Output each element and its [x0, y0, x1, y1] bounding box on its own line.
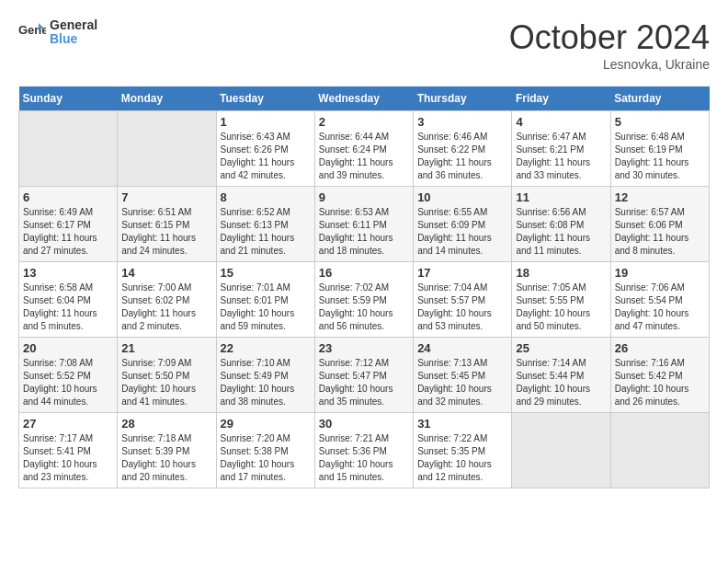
day-info: Sunrise: 7:04 AMSunset: 5:57 PMDaylight:… — [417, 282, 507, 333]
day-number: 19 — [615, 266, 705, 280]
svg-text:General: General — [18, 23, 46, 37]
header-wednesday: Wednesday — [314, 86, 413, 111]
day-number: 14 — [121, 266, 211, 280]
day-number: 7 — [121, 190, 211, 204]
day-info: Sunrise: 6:55 AMSunset: 6:09 PMDaylight:… — [417, 206, 507, 258]
day-number: 6 — [23, 190, 113, 204]
calendar-day-cell: 20Sunrise: 7:08 AMSunset: 5:52 PMDayligh… — [19, 338, 118, 413]
day-number: 22 — [221, 341, 311, 355]
calendar-day-cell: 27Sunrise: 7:17 AMSunset: 5:41 PMDayligh… — [19, 413, 118, 488]
day-number: 26 — [615, 341, 705, 355]
calendar-day-cell: 10Sunrise: 6:55 AMSunset: 6:09 PMDayligh… — [414, 187, 512, 262]
day-info: Sunrise: 6:56 AMSunset: 6:08 PMDaylight:… — [516, 206, 606, 258]
calendar-day-cell: 7Sunrise: 6:51 AMSunset: 6:15 PMDaylight… — [118, 187, 216, 262]
header-monday: Monday — [118, 86, 216, 111]
calendar-day-cell: 8Sunrise: 6:52 AMSunset: 6:13 PMDaylight… — [216, 187, 314, 262]
calendar-day-cell: 19Sunrise: 7:06 AMSunset: 5:54 PMDayligh… — [610, 262, 709, 338]
day-info: Sunrise: 7:22 AMSunset: 5:35 PMDaylight:… — [417, 432, 507, 484]
day-info: Sunrise: 7:05 AMSunset: 5:55 PMDaylight:… — [516, 282, 606, 333]
day-info: Sunrise: 6:57 AMSunset: 6:06 PMDaylight:… — [615, 206, 705, 258]
day-number: 4 — [516, 115, 606, 129]
day-number: 27 — [23, 417, 113, 431]
calendar-day-cell: 24Sunrise: 7:13 AMSunset: 5:45 PMDayligh… — [414, 338, 512, 413]
location-subtitle: Lesnovka, Ukraine — [509, 57, 710, 72]
day-info: Sunrise: 7:12 AMSunset: 5:47 PMDaylight:… — [319, 357, 409, 408]
logo: General General Blue — [18, 18, 97, 47]
calendar-day-cell: 21Sunrise: 7:09 AMSunset: 5:50 PMDayligh… — [118, 338, 216, 413]
calendar-day-cell: 16Sunrise: 7:02 AMSunset: 5:59 PMDayligh… — [314, 262, 413, 338]
calendar-day-cell: 25Sunrise: 7:14 AMSunset: 5:44 PMDayligh… — [512, 338, 610, 413]
day-info: Sunrise: 7:00 AMSunset: 6:02 PMDaylight:… — [121, 282, 211, 333]
header-sunday: Sunday — [19, 86, 118, 111]
day-number: 24 — [417, 341, 507, 355]
day-info: Sunrise: 6:52 AMSunset: 6:13 PMDaylight:… — [221, 206, 311, 258]
day-number: 23 — [319, 341, 409, 355]
calendar-day-cell — [118, 111, 216, 187]
calendar-day-cell — [512, 413, 610, 488]
calendar-week-row: 1Sunrise: 6:43 AMSunset: 6:26 PMDaylight… — [19, 111, 710, 187]
calendar-day-cell: 28Sunrise: 7:18 AMSunset: 5:39 PMDayligh… — [118, 413, 216, 488]
calendar-week-row: 27Sunrise: 7:17 AMSunset: 5:41 PMDayligh… — [19, 413, 710, 488]
title-block: October 2024 Lesnovka, Ukraine — [509, 18, 710, 72]
calendar-day-cell: 22Sunrise: 7:10 AMSunset: 5:49 PMDayligh… — [216, 338, 314, 413]
page-header: General General Blue October 2024 Lesnov… — [18, 18, 710, 72]
day-number: 3 — [417, 115, 507, 129]
calendar-day-cell: 4Sunrise: 6:47 AMSunset: 6:21 PMDaylight… — [512, 111, 610, 187]
calendar-day-cell: 29Sunrise: 7:20 AMSunset: 5:38 PMDayligh… — [216, 413, 314, 488]
day-info: Sunrise: 7:21 AMSunset: 5:36 PMDaylight:… — [319, 432, 409, 484]
day-info: Sunrise: 6:44 AMSunset: 6:24 PMDaylight:… — [319, 131, 409, 182]
day-info: Sunrise: 7:14 AMSunset: 5:44 PMDaylight:… — [516, 357, 606, 408]
day-info: Sunrise: 6:47 AMSunset: 6:21 PMDaylight:… — [516, 131, 606, 182]
calendar-day-cell: 11Sunrise: 6:56 AMSunset: 6:08 PMDayligh… — [512, 187, 610, 262]
calendar-day-cell: 14Sunrise: 7:00 AMSunset: 6:02 PMDayligh… — [118, 262, 216, 338]
day-info: Sunrise: 7:18 AMSunset: 5:39 PMDaylight:… — [121, 432, 211, 484]
day-number: 29 — [221, 417, 311, 431]
day-info: Sunrise: 6:49 AMSunset: 6:17 PMDaylight:… — [23, 206, 113, 258]
calendar-day-cell: 26Sunrise: 7:16 AMSunset: 5:42 PMDayligh… — [610, 338, 709, 413]
day-info: Sunrise: 7:08 AMSunset: 5:52 PMDaylight:… — [23, 357, 113, 408]
calendar-day-cell: 6Sunrise: 6:49 AMSunset: 6:17 PMDaylight… — [19, 187, 118, 262]
day-info: Sunrise: 7:09 AMSunset: 5:50 PMDaylight:… — [121, 357, 211, 408]
day-number: 28 — [121, 417, 211, 431]
day-info: Sunrise: 7:10 AMSunset: 5:49 PMDaylight:… — [221, 357, 311, 408]
calendar-day-cell — [19, 111, 118, 187]
calendar-day-cell: 12Sunrise: 6:57 AMSunset: 6:06 PMDayligh… — [610, 187, 709, 262]
calendar-table: Sunday Monday Tuesday Wednesday Thursday… — [18, 86, 710, 488]
day-number: 11 — [516, 190, 606, 204]
day-number: 17 — [417, 266, 507, 280]
calendar-day-cell: 3Sunrise: 6:46 AMSunset: 6:22 PMDaylight… — [414, 111, 512, 187]
calendar-day-cell: 17Sunrise: 7:04 AMSunset: 5:57 PMDayligh… — [414, 262, 512, 338]
calendar-day-cell: 18Sunrise: 7:05 AMSunset: 5:55 PMDayligh… — [512, 262, 610, 338]
calendar-day-cell: 23Sunrise: 7:12 AMSunset: 5:47 PMDayligh… — [314, 338, 413, 413]
day-number: 30 — [319, 417, 409, 431]
day-info: Sunrise: 7:17 AMSunset: 5:41 PMDaylight:… — [23, 432, 113, 484]
day-info: Sunrise: 6:46 AMSunset: 6:22 PMDaylight:… — [417, 131, 507, 182]
day-number: 20 — [23, 341, 113, 355]
calendar-day-cell: 13Sunrise: 6:58 AMSunset: 6:04 PMDayligh… — [19, 262, 118, 338]
day-number: 13 — [23, 266, 113, 280]
day-number: 25 — [516, 341, 606, 355]
day-number: 15 — [221, 266, 311, 280]
day-number: 10 — [417, 190, 507, 204]
day-info: Sunrise: 7:16 AMSunset: 5:42 PMDaylight:… — [615, 357, 705, 408]
day-info: Sunrise: 6:48 AMSunset: 6:19 PMDaylight:… — [615, 131, 705, 182]
day-info: Sunrise: 7:01 AMSunset: 6:01 PMDaylight:… — [221, 282, 311, 333]
calendar-day-cell: 1Sunrise: 6:43 AMSunset: 6:26 PMDaylight… — [216, 111, 314, 187]
calendar-day-cell: 5Sunrise: 6:48 AMSunset: 6:19 PMDaylight… — [610, 111, 709, 187]
day-number: 1 — [221, 115, 311, 129]
header-tuesday: Tuesday — [216, 86, 314, 111]
header-friday: Friday — [512, 86, 610, 111]
day-number: 12 — [615, 190, 705, 204]
calendar-week-row: 20Sunrise: 7:08 AMSunset: 5:52 PMDayligh… — [19, 338, 710, 413]
day-info: Sunrise: 6:53 AMSunset: 6:11 PMDaylight:… — [319, 206, 409, 258]
calendar-day-cell: 2Sunrise: 6:44 AMSunset: 6:24 PMDaylight… — [314, 111, 413, 187]
logo-icon: General — [18, 21, 46, 43]
day-info: Sunrise: 7:13 AMSunset: 5:45 PMDaylight:… — [417, 357, 507, 408]
header-thursday: Thursday — [414, 86, 512, 111]
day-info: Sunrise: 6:43 AMSunset: 6:26 PMDaylight:… — [221, 131, 311, 182]
calendar-day-cell: 9Sunrise: 6:53 AMSunset: 6:11 PMDaylight… — [314, 187, 413, 262]
calendar-week-row: 6Sunrise: 6:49 AMSunset: 6:17 PMDaylight… — [19, 187, 710, 262]
month-title: October 2024 — [509, 18, 710, 57]
calendar-week-row: 13Sunrise: 6:58 AMSunset: 6:04 PMDayligh… — [19, 262, 710, 338]
day-info: Sunrise: 6:58 AMSunset: 6:04 PMDaylight:… — [23, 282, 113, 333]
